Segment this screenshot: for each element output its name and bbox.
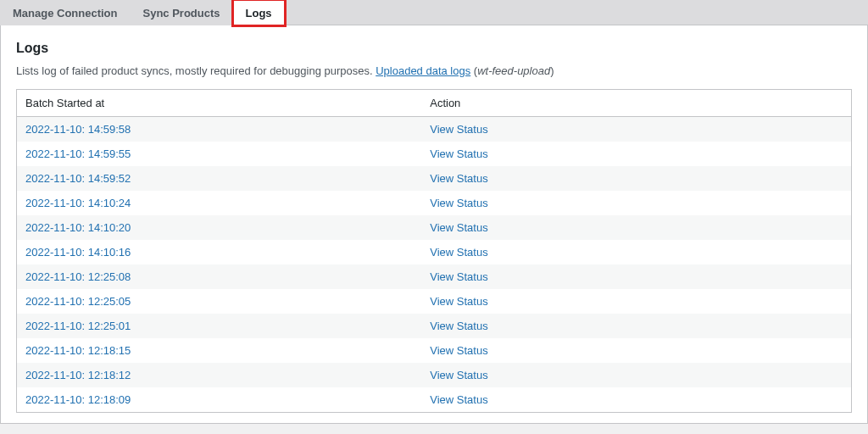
view-status-link[interactable]: View Status [430,197,487,209]
uploaded-data-logs-link[interactable]: Uploaded data logs [376,64,470,77]
table-row: 2022-11-10: 14:10:16View Status [17,240,852,264]
view-status-link[interactable]: View Status [430,369,487,381]
batch-timestamp-link[interactable]: 2022-11-10: 14:59:55 [25,147,131,160]
table-row: 2022-11-10: 12:25:08View Status [17,264,852,289]
tab-manage-connection[interactable]: Manage Connection [0,0,131,25]
panel-description-text: Lists log of failed product syncs, mostl… [16,64,376,77]
view-status-link[interactable]: View Status [430,320,487,332]
tab-logs[interactable]: Logs [233,0,285,25]
view-status-link[interactable]: View Status [430,221,487,234]
tab-sync-products[interactable]: Sync Products [131,0,233,25]
paren-open: ( [470,64,477,77]
column-header-batch: Batch Started at [17,90,422,117]
view-status-link[interactable]: View Status [430,147,487,160]
batch-timestamp-link[interactable]: 2022-11-10: 14:10:24 [25,197,131,209]
table-row: 2022-11-10: 12:25:05View Status [17,289,852,314]
logs-table: Batch Started at Action 2022-11-10: 14:5… [16,89,852,413]
batch-timestamp-link[interactable]: 2022-11-10: 14:10:16 [25,246,131,259]
view-status-link[interactable]: View Status [430,172,487,185]
batch-timestamp-link[interactable]: 2022-11-10: 14:10:20 [25,221,131,234]
batch-timestamp-link[interactable]: 2022-11-10: 12:25:05 [25,295,131,308]
table-row: 2022-11-10: 14:10:24View Status [17,191,852,215]
batch-timestamp-link[interactable]: 2022-11-10: 12:25:01 [25,320,131,332]
view-status-link[interactable]: View Status [430,123,487,136]
table-row: 2022-11-10: 14:59:52View Status [17,166,852,191]
batch-timestamp-link[interactable]: 2022-11-10: 12:25:08 [25,270,131,283]
batch-timestamp-link[interactable]: 2022-11-10: 14:59:58 [25,123,131,136]
table-row: 2022-11-10: 14:59:55View Status [17,142,852,166]
table-row: 2022-11-10: 14:10:20View Status [17,215,852,240]
tabs-bar: Manage ConnectionSync ProductsLogs [0,0,868,25]
table-row: 2022-11-10: 12:18:12View Status [17,363,852,387]
view-status-link[interactable]: View Status [430,246,487,259]
table-row: 2022-11-10: 12:18:09View Status [17,387,852,413]
column-header-action: Action [421,90,851,117]
view-status-link[interactable]: View Status [430,393,487,406]
view-status-link[interactable]: View Status [430,344,487,357]
panel-description: Lists log of failed product syncs, mostl… [16,64,852,77]
table-row: 2022-11-10: 12:18:15View Status [17,338,852,363]
table-row: 2022-11-10: 14:59:58View Status [17,117,852,142]
logs-panel: Logs Lists log of failed product syncs, … [0,25,868,424]
batch-timestamp-link[interactable]: 2022-11-10: 14:59:52 [25,172,131,185]
upload-slug: wt-feed-upload [477,64,550,77]
table-row: 2022-11-10: 12:25:01View Status [17,314,852,338]
paren-close: ) [550,64,554,77]
batch-timestamp-link[interactable]: 2022-11-10: 12:18:09 [25,393,131,406]
panel-title: Logs [16,41,852,56]
batch-timestamp-link[interactable]: 2022-11-10: 12:18:12 [25,369,131,381]
batch-timestamp-link[interactable]: 2022-11-10: 12:18:15 [25,344,131,357]
view-status-link[interactable]: View Status [430,270,487,283]
table-header-row: Batch Started at Action [17,90,852,117]
page: Manage ConnectionSync ProductsLogs Logs … [0,0,868,424]
view-status-link[interactable]: View Status [430,295,487,308]
